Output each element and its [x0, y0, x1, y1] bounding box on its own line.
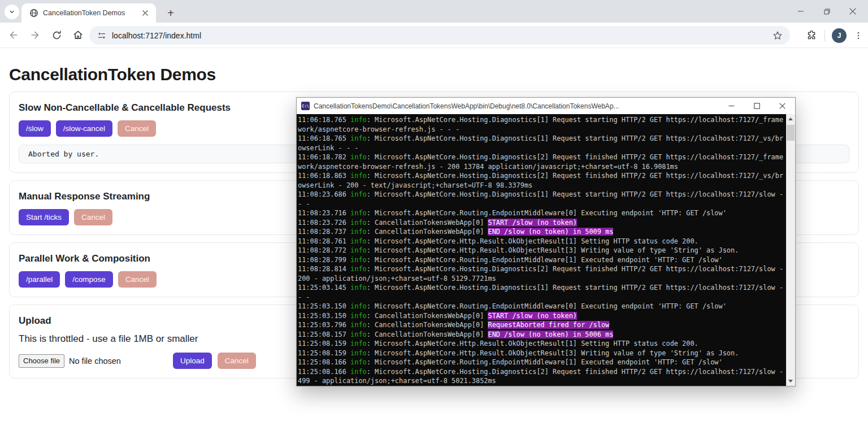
slow-cancel-button[interactable]: /slow-cancel — [56, 120, 112, 137]
console-line: 11:06:18.765 info: Microsoft.AspNetCore.… — [298, 115, 785, 134]
tab-title: CancellationToken Demos — [43, 9, 140, 17]
tab-search-button[interactable] — [5, 5, 19, 19]
console-maximize-button[interactable] — [744, 98, 770, 114]
home-button[interactable] — [70, 27, 86, 43]
console-line: 11:25:03.150 info: Microsoft.AspNetCore.… — [298, 302, 785, 311]
console-line: 11:08:28.814 info: Microsoft.AspNetCore.… — [298, 264, 785, 283]
console-line: 11:25:03.145 info: Microsoft.AspNetCore.… — [298, 283, 785, 302]
cancel-button[interactable]: Cancel — [118, 120, 156, 137]
console-line: 11:25:08.159 info: Microsoft.AspNetCore.… — [298, 339, 785, 349]
console-line: 11:06:18.863 info: Microsoft.AspNetCore.… — [298, 171, 785, 190]
profile-avatar[interactable]: J — [832, 28, 847, 43]
bookmark-star-icon[interactable] — [772, 30, 783, 41]
console-window: C:\ CancellationTokensDemo\CancellationT… — [296, 97, 796, 386]
console-line: 11:08:28.737 info: CancellationTokensWeb… — [298, 227, 785, 237]
console-scrollbar[interactable] — [786, 114, 795, 386]
extensions-icon[interactable] — [806, 29, 818, 41]
window-close-button[interactable] — [848, 6, 858, 16]
reload-button[interactable] — [49, 27, 64, 43]
console-line: 11:06:18.782 info: Microsoft.AspNetCore.… — [298, 153, 785, 171]
browser-window: CancellationToken Demos + — [0, 0, 868, 426]
cmd-icon: C:\ — [301, 102, 310, 110]
scroll-up-icon[interactable] — [786, 114, 795, 124]
browser-tab[interactable]: CancellationToken Demos — [21, 3, 156, 23]
console-line: 11:08:23.716 info: Microsoft.AspNetCore.… — [298, 208, 785, 218]
globe-icon — [29, 8, 38, 18]
console-minimize-button[interactable] — [719, 98, 744, 114]
url-text: localhost:7127/index.html — [112, 31, 772, 40]
console-close-button[interactable] — [770, 98, 795, 114]
browser-toolbar: localhost:7127/index.html J — [0, 23, 868, 48]
console-line: 11:08:28.772 info: Microsoft.AspNetCore.… — [298, 246, 785, 255]
console-line: 11:25:08.166 info: Microsoft.AspNetCore.… — [298, 367, 785, 386]
compose-button[interactable]: /compose — [65, 271, 113, 288]
tab-close-button[interactable] — [140, 8, 150, 18]
start-ticks-button[interactable]: Start /ticks — [19, 209, 69, 225]
chevron-down-icon — [8, 8, 15, 15]
console-line: 11:25:08.159 info: Microsoft.AspNetCore.… — [298, 349, 785, 358]
console-titlebar[interactable]: C:\ CancellationTokensDemo\CancellationT… — [297, 98, 795, 114]
console-line: 11:25:08.157 info: CancellationTokensWeb… — [298, 330, 785, 340]
forward-button[interactable] — [27, 27, 43, 43]
window-minimize-button[interactable] — [796, 6, 806, 16]
page-title: CancellationToken Demos — [9, 65, 859, 84]
cancel-button[interactable]: Cancel — [118, 271, 157, 288]
console-line: 11:08:23.726 info: CancellationTokensWeb… — [298, 218, 785, 228]
console-line: 11:06:18.765 info: Microsoft.AspNetCore.… — [298, 134, 785, 153]
parallel-button[interactable]: /parallel — [19, 271, 60, 288]
window-restore-button[interactable] — [822, 6, 832, 16]
console-line: 11:25:03.150 info: CancellationTokensWeb… — [298, 311, 785, 321]
slow-button[interactable]: /slow — [19, 120, 51, 137]
console-log: 11:06:18.765 info: Microsoft.AspNetCore.… — [297, 114, 785, 386]
choose-file-button[interactable]: Choose file — [19, 354, 64, 368]
cancel-button[interactable]: Cancel — [74, 209, 112, 225]
console-line: 11:08:28.799 info: Microsoft.AspNetCore.… — [298, 255, 785, 265]
cancel-button[interactable]: Cancel — [218, 353, 256, 369]
tab-strip: CancellationToken Demos + — [0, 0, 868, 23]
address-bar[interactable]: localhost:7127/index.html — [89, 26, 790, 45]
scroll-thumb[interactable] — [787, 125, 795, 141]
console-line: 11:25:08.166 info: Microsoft.AspNetCore.… — [298, 358, 785, 367]
new-tab-button[interactable]: + — [163, 5, 179, 21]
back-button[interactable] — [6, 27, 21, 43]
scroll-down-icon[interactable] — [786, 376, 795, 386]
console-line: 11:08:23.686 info: Microsoft.AspNetCore.… — [298, 190, 785, 208]
console-line: 11:25:03.796 info: CancellationTokensWeb… — [298, 320, 785, 330]
menu-icon[interactable] — [853, 31, 863, 41]
console-line: 11:08:28.761 info: Microsoft.AspNetCore.… — [298, 237, 785, 246]
toolbar-divider — [824, 30, 825, 41]
file-status-text: No file chosen — [69, 357, 121, 366]
console-title: CancellationTokensDemo\CancellationToken… — [314, 102, 719, 110]
site-settings-icon[interactable] — [97, 31, 106, 40]
upload-button[interactable]: Upload — [173, 353, 212, 369]
